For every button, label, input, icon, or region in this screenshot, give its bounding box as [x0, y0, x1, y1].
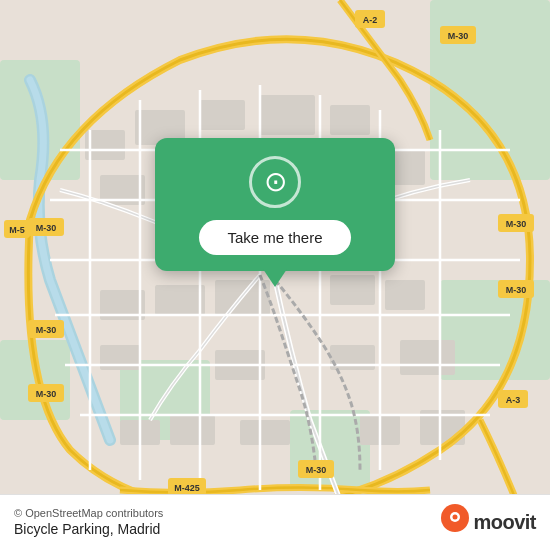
location-label: Bicycle Parking, Madrid	[14, 521, 163, 537]
svg-rect-18	[155, 285, 205, 315]
map-container: M-30 M-30 M-30 M-30 M-30 M-30 A-2 A-3 M-…	[0, 0, 550, 550]
popup-tail	[263, 269, 287, 287]
svg-text:M-30: M-30	[506, 285, 527, 295]
svg-rect-9	[200, 100, 245, 130]
svg-rect-25	[400, 340, 455, 375]
svg-rect-10	[260, 95, 315, 135]
popup-card: ⊙ Take me there	[155, 138, 395, 271]
svg-rect-11	[330, 105, 370, 135]
moovit-pin-icon	[441, 504, 469, 540]
moovit-brand-text: moovit	[473, 511, 536, 534]
osm-attribution: © OpenStreetMap contributors	[14, 507, 163, 519]
location-pin-icon: ⊙	[264, 168, 287, 196]
svg-rect-21	[385, 280, 425, 310]
take-me-there-button[interactable]: Take me there	[199, 220, 350, 255]
svg-text:M-5: M-5	[9, 225, 25, 235]
popup-icon-wrap: ⊙	[249, 156, 301, 208]
svg-text:M-425: M-425	[174, 483, 200, 493]
svg-text:M-30: M-30	[448, 31, 469, 41]
svg-text:M-30: M-30	[306, 465, 327, 475]
moovit-logo: moovit	[441, 504, 536, 540]
bottom-bar: © OpenStreetMap contributors Bicycle Par…	[0, 494, 550, 550]
bottom-left: © OpenStreetMap contributors Bicycle Par…	[14, 507, 163, 537]
svg-text:M-30: M-30	[506, 219, 527, 229]
svg-rect-27	[170, 415, 215, 445]
svg-text:A-3: A-3	[506, 395, 521, 405]
svg-rect-20	[330, 275, 375, 305]
svg-text:M-30: M-30	[36, 223, 57, 233]
svg-text:M-30: M-30	[36, 389, 57, 399]
svg-rect-28	[240, 420, 290, 445]
svg-text:M-30: M-30	[36, 325, 57, 335]
svg-text:A-2: A-2	[363, 15, 378, 25]
svg-point-69	[453, 515, 458, 520]
